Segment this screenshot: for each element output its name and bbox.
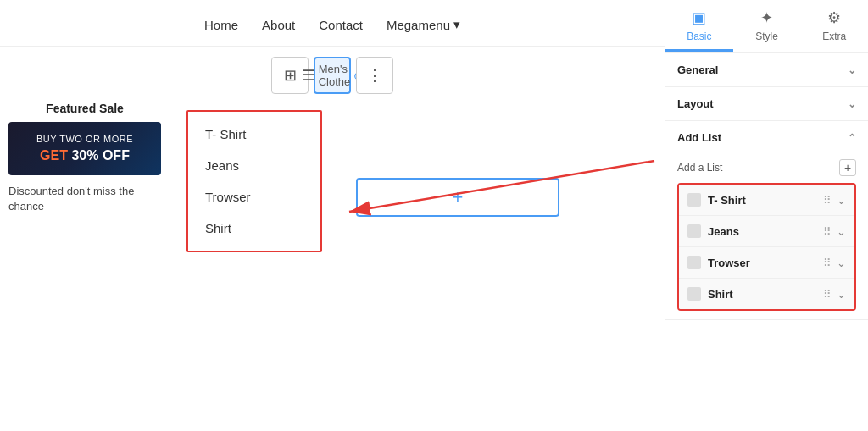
tab-style-label: Style xyxy=(755,30,778,42)
list-item[interactable]: Trowser xyxy=(188,181,320,213)
canvas-area: Home About Contact Megamenu ▾ ⊞ ☰ Men's … xyxy=(0,0,665,431)
panel-list-item-label: Shirt xyxy=(708,288,816,301)
list-item-dots-icon[interactable]: ⠿ xyxy=(823,288,832,301)
panel-list-item: Trowser ⠿ ⌄ xyxy=(679,247,854,279)
sale-line1: BUY TWO OR MORE xyxy=(17,134,153,144)
add-list-label: Add a List xyxy=(677,162,722,174)
section-general-header[interactable]: General ⌄ xyxy=(665,53,868,86)
list-item[interactable]: Shirt xyxy=(188,213,320,244)
menu-icon: ☰ xyxy=(302,66,315,85)
list-item-icon xyxy=(687,193,701,207)
section-general: General ⌄ xyxy=(665,53,868,87)
panel-list-item-label: Jeans xyxy=(708,225,816,238)
featured-sale-banner: BUY TWO OR MORE GET 30% OFF xyxy=(8,122,161,175)
nav-home[interactable]: Home xyxy=(204,18,238,32)
tab-extra[interactable]: ⚙ Extra xyxy=(800,0,868,52)
list-item-chevron-icon[interactable]: ⌄ xyxy=(837,225,846,238)
section-layout: Layout ⌄ xyxy=(665,87,868,121)
panel-tabs: ▣ Basic ✦ Style ⚙ Extra xyxy=(665,0,868,53)
megamenu-chevron-icon: ▾ xyxy=(453,17,460,32)
style-tab-icon: ✦ xyxy=(760,8,773,27)
list-item-icon xyxy=(687,224,701,238)
add-list-header: Add a List + xyxy=(677,154,856,183)
list-item-chevron-icon[interactable]: ⌄ xyxy=(837,194,846,207)
menu-widget-button[interactable]: ☰ Men's Clothe ⊕ xyxy=(314,57,351,94)
list-item-icon xyxy=(687,256,701,269)
section-layout-label: Layout xyxy=(677,97,714,110)
section-add-list-header[interactable]: Add List ⌃ xyxy=(665,121,868,154)
add-list-plus-button[interactable]: + xyxy=(839,159,856,176)
tab-basic-label: Basic xyxy=(687,30,711,42)
list-item-icon xyxy=(687,287,701,301)
list-item-dots-icon[interactable]: ⠿ xyxy=(823,225,832,238)
featured-sale-description: Discounted don't miss the chance xyxy=(8,184,161,214)
section-add-list: Add List ⌃ Add a List + T- Shirt ⠿ ⌄ xyxy=(665,121,868,320)
right-panel: ▣ Basic ✦ Style ⚙ Extra General ⌄ Layout… xyxy=(665,0,868,431)
tab-extra-label: Extra xyxy=(822,30,846,42)
list-item-actions: ⠿ ⌄ xyxy=(823,194,846,207)
section-general-chevron-icon: ⌄ xyxy=(848,64,856,76)
add-widget-button[interactable]: + xyxy=(356,178,559,217)
section-add-list-chevron-icon: ⌃ xyxy=(848,132,856,144)
widget-toolbar: ⊞ ☰ Men's Clothe ⊕ ⋮ xyxy=(0,47,665,101)
site-nav: Home About Contact Megamenu ▾ xyxy=(0,0,665,47)
dots-menu-button[interactable]: ⋮ xyxy=(356,57,393,94)
tab-basic[interactable]: ▣ Basic xyxy=(665,0,733,52)
panel-list-item: Shirt ⠿ ⌄ xyxy=(679,279,854,309)
list-item-chevron-icon[interactable]: ⌄ xyxy=(837,257,846,269)
section-add-list-label: Add List xyxy=(677,131,721,144)
basic-tab-icon: ▣ xyxy=(692,8,706,27)
nav-about[interactable]: About xyxy=(262,18,295,32)
list-item-actions: ⠿ ⌄ xyxy=(823,288,846,301)
list-item-actions: ⠿ ⌄ xyxy=(823,225,846,238)
list-item[interactable]: Jeans xyxy=(188,150,320,181)
list-item-dots-icon[interactable]: ⠿ xyxy=(823,257,832,269)
add-list-section: Add a List + T- Shirt ⠿ ⌄ Jeans ⠿ xyxy=(665,154,868,319)
sale-line2: GET 30% OFF xyxy=(17,147,153,163)
section-layout-chevron-icon: ⌄ xyxy=(848,98,856,110)
list-item-dots-icon[interactable]: ⠿ xyxy=(823,194,832,207)
list-item[interactable]: T- Shirt xyxy=(188,119,320,150)
section-layout-header[interactable]: Layout ⌄ xyxy=(665,87,868,120)
menu-label: Men's Clothe xyxy=(319,63,351,88)
panel-list-item: Jeans ⠿ ⌄ xyxy=(679,216,854,247)
nav-contact[interactable]: Contact xyxy=(319,18,363,32)
section-general-label: General xyxy=(677,64,718,76)
grid-icon: ⊞ xyxy=(284,66,297,85)
extra-tab-icon: ⚙ xyxy=(827,8,841,27)
featured-sale-title: Featured Sale xyxy=(8,102,161,115)
dots-icon: ⋮ xyxy=(367,66,382,85)
dropdown-list: T- Shirt Jeans Trowser Shirt xyxy=(186,110,322,252)
list-item-actions: ⠿ ⌄ xyxy=(823,257,846,269)
panel-list-item-label: Trowser xyxy=(708,257,816,269)
panel-list-items: T- Shirt ⠿ ⌄ Jeans ⠿ ⌄ Trowser xyxy=(677,183,856,311)
list-item-chevron-icon[interactable]: ⌄ xyxy=(837,288,846,301)
tab-style[interactable]: ✦ Style xyxy=(733,0,801,52)
add-icon: + xyxy=(453,186,464,208)
panel-list-item: T- Shirt ⠿ ⌄ xyxy=(679,185,854,216)
panel-list-item-label: T- Shirt xyxy=(708,194,816,207)
featured-sale-widget: Featured Sale BUY TWO OR MORE GET 30% OF… xyxy=(8,102,161,215)
nav-megamenu[interactable]: Megamenu ▾ xyxy=(387,17,460,32)
